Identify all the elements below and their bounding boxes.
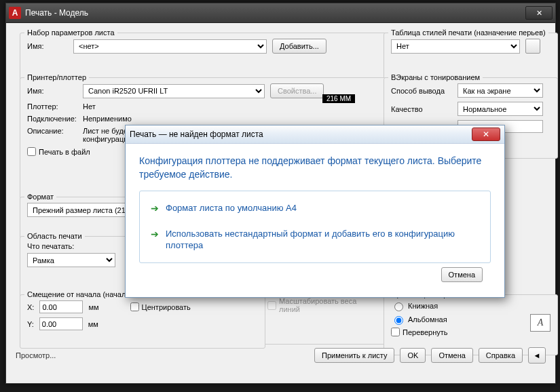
quality-select[interactable]: Нормальное xyxy=(458,102,543,116)
scale-weights-checkbox[interactable] xyxy=(267,301,276,310)
printer-name-label: Имя: xyxy=(27,87,77,95)
description-value: Лист не буде конфигураци xyxy=(83,127,128,143)
option-default-a4-text: Формат листа по умолчанию A4 xyxy=(166,202,297,214)
plotter-value: Нет xyxy=(83,102,96,111)
offset-group: Смещение от начала (начало о X: мм Центр… xyxy=(20,294,265,349)
bottom-bar: Просмотр... Применить к листу OK Отмена … xyxy=(16,347,546,364)
ok-button[interactable]: OK xyxy=(400,348,426,363)
plotstyles-edit-button[interactable] xyxy=(525,39,540,54)
offset-x-label: X: xyxy=(27,303,34,311)
plotstyles-legend: Таблица стилей печати (назначение перьев… xyxy=(388,28,548,37)
window-title: Печать - Модель xyxy=(25,8,525,18)
titlebar: A Печать - Модель ✕ xyxy=(6,3,555,23)
pageset-name-select[interactable]: <нет> xyxy=(73,39,267,54)
scale-weights-label: Масштабировать веса линий xyxy=(279,297,379,313)
center-checkbox[interactable] xyxy=(130,302,139,311)
offset-x-unit: мм xyxy=(88,303,98,311)
option-custom-format[interactable]: ➔ Использовать нестандартный формат и до… xyxy=(140,221,490,258)
collapse-button[interactable]: ◄ xyxy=(528,347,546,364)
apply-button[interactable]: Применить к листу xyxy=(314,348,395,363)
printer-name-select[interactable]: Canon iR2520 UFRII LT xyxy=(83,84,265,98)
pageset-add-button[interactable]: Добавить... xyxy=(272,39,326,54)
pageset-legend: Набор параметров листа xyxy=(24,28,117,37)
preview-button[interactable]: Просмотр... xyxy=(16,351,56,359)
offset-legend: Смещение от начала (начало о xyxy=(24,290,139,298)
modal-footer: Отмена xyxy=(139,263,491,289)
plotstyles-select[interactable]: Нет xyxy=(391,39,520,54)
plotarea-legend: Область печати xyxy=(24,232,85,240)
modal-titlebar: Печать — не найден формат листа ✕ xyxy=(126,125,504,144)
orientation-group: Ориентация чертежа Книжная Альбомная Пер… xyxy=(384,294,558,355)
plotarea-select[interactable]: Рамка xyxy=(27,253,115,267)
print-to-file-checkbox[interactable] xyxy=(27,147,36,156)
description-label: Описание: xyxy=(27,127,77,135)
print-to-file-label: Печать в файл xyxy=(39,148,90,156)
close-button[interactable]: ✕ xyxy=(525,6,553,20)
landscape-label: Альбомная xyxy=(408,315,447,324)
connection-label: Подключение: xyxy=(27,115,77,123)
flip-checkbox[interactable] xyxy=(391,328,400,336)
paper-width-label: 216 MM xyxy=(322,94,355,103)
arrow-icon: ➔ xyxy=(151,203,159,214)
modal-cancel-button[interactable]: Отмена xyxy=(441,267,483,282)
modal-close-button[interactable]: ✕ xyxy=(472,128,500,141)
connection-value: Неприменимо xyxy=(83,115,132,123)
orientation-icon: A xyxy=(530,314,550,332)
option-default-a4[interactable]: ➔ Формат листа по умолчанию A4 xyxy=(140,195,490,221)
offset-x-input[interactable] xyxy=(39,300,83,313)
offset-y-input[interactable] xyxy=(39,317,83,330)
flip-label: Перевернуть xyxy=(403,328,448,336)
paper-format-dialog: Печать — не найден формат листа ✕ Конфиг… xyxy=(125,125,505,298)
help-button[interactable]: Справка xyxy=(479,348,523,363)
option-custom-format-text: Использовать нестандартный формат и доба… xyxy=(166,228,479,252)
modal-title: Печать — не найден формат листа xyxy=(130,130,472,139)
portrait-radio[interactable] xyxy=(394,302,403,311)
app-icon: A xyxy=(9,7,21,19)
modal-body: Конфигурация плоттера не поддерживает фо… xyxy=(126,144,504,297)
pageset-name-label: Имя: xyxy=(27,42,68,50)
portrait-label: Книжная xyxy=(408,302,438,310)
center-label: Центрировать xyxy=(142,303,191,311)
shade-legend: ВЭкраны с тонированием xyxy=(388,73,483,81)
plotter-label: Плоттер: xyxy=(27,102,77,111)
offset-y-label: Y: xyxy=(27,320,34,328)
modal-message: Конфигурация плоттера не поддерживает фо… xyxy=(139,155,491,181)
shade-mode-label: Способ вывода xyxy=(391,87,452,95)
printer-legend: Принтер/плоттер xyxy=(24,73,89,81)
quality-label: Качество xyxy=(391,105,452,113)
cancel-button[interactable]: Отмена xyxy=(431,348,472,363)
offset-y-unit: мм xyxy=(88,320,98,328)
landscape-radio[interactable] xyxy=(394,316,403,325)
shade-mode-select[interactable]: Как на экране xyxy=(458,83,543,98)
what-label: Что печатать: xyxy=(27,242,138,250)
arrow-icon: ➔ xyxy=(151,229,159,239)
modal-options: ➔ Формат листа по умолчанию A4 ➔ Использ… xyxy=(139,191,491,263)
format-legend: Формат xyxy=(24,193,56,201)
